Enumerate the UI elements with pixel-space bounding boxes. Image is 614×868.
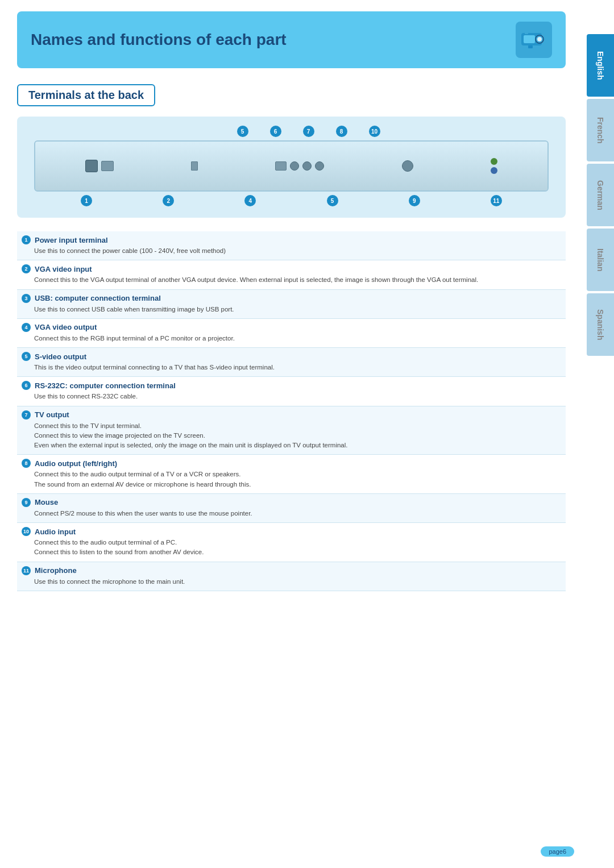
term-num-9: 9	[22, 498, 31, 507]
terminal-title-3: 3 USB: computer connection terminal	[22, 294, 561, 303]
lang-tab-spanish[interactable]: Spanish	[587, 293, 614, 356]
terminal-item-6: 6 RS-232C: computer connection terminal …	[17, 377, 566, 406]
terminal-item-9: 9 Mouse Connect PS/2 mouse to this when …	[17, 494, 566, 523]
port-group-far-right	[491, 158, 497, 174]
svg-rect-5	[525, 30, 528, 34]
terminal-item-3: 3 USB: computer connection terminal Use …	[17, 290, 566, 319]
svg-rect-1	[524, 35, 535, 43]
port-group-right	[402, 160, 413, 172]
terminal-list: 1 Power input terminal Use this to conne…	[17, 231, 566, 591]
indicator-8-top: 8	[336, 126, 347, 137]
terminal-title-2: 2 VGA video input	[22, 264, 561, 273]
language-sidebar: English French German Italian Spanish	[587, 34, 614, 356]
indicator-5-top: 5	[237, 126, 248, 137]
header-banner: Names and functions of each part	[17, 11, 566, 68]
indicator-9-bottom: 9	[409, 195, 420, 206]
terminal-desc-10: Connect this to the audio output termina…	[22, 538, 561, 558]
page-indicator: page6	[541, 846, 574, 857]
indicator-5-bottom: 5	[327, 195, 338, 206]
terminal-desc-1: Use this to connect the power cable (100…	[22, 246, 561, 256]
section-heading: Terminals at the back	[17, 84, 155, 106]
indicator-2-bottom: 2	[163, 195, 174, 206]
terminal-item-11: 11 Microphone Use this to connect the mi…	[17, 562, 566, 591]
terminal-desc-11: Use this to connect the microphone to th…	[22, 577, 561, 587]
term-num-2: 2	[22, 264, 31, 273]
indicator-4-bottom: 4	[244, 195, 256, 206]
section-title: Terminals at the back	[28, 89, 144, 102]
terminal-desc-2: Connect this to the VGA output terminal …	[22, 275, 561, 285]
indicator-10-top: 10	[369, 126, 380, 137]
terminal-desc-5: This is the video output terminal connec…	[22, 363, 561, 372]
top-indicators: 5 6 7 8 10	[28, 126, 554, 137]
term-num-1: 1	[22, 235, 31, 244]
terminal-item-2: 2 VGA video input Connect this to the VG…	[17, 260, 566, 289]
terminal-item-7: 7 TV output Connect this to the TV input…	[17, 406, 566, 455]
terminal-title-9: 9 Mouse	[22, 498, 561, 507]
term-num-5: 5	[22, 352, 31, 361]
page-title: Names and functions of each part	[31, 31, 287, 49]
terminal-desc-4: Connect this to the RGB input terminal o…	[22, 334, 561, 343]
terminal-item-1: 1 Power input terminal Use this to conne…	[17, 231, 566, 260]
terminal-item-4: 4 VGA video output Connect this to the R…	[17, 319, 566, 348]
term-num-4: 4	[22, 323, 31, 332]
lang-tab-german[interactable]: German	[587, 164, 614, 226]
terminal-title-10: 10 Audio input	[22, 527, 561, 536]
term-num-7: 7	[22, 410, 31, 420]
terminal-desc-7: Connect this to the TV input terminal. C…	[22, 421, 561, 451]
svg-point-3	[537, 37, 542, 41]
port-group-center	[275, 161, 324, 171]
term-num-3: 3	[22, 294, 31, 303]
header-icon	[516, 22, 552, 58]
terminal-title-5: 5 S-video output	[22, 352, 561, 361]
terminal-title-1: 1 Power input terminal	[22, 235, 561, 244]
terminal-title-7: 7 TV output	[22, 410, 561, 420]
indicator-11-bottom: 11	[491, 195, 502, 206]
term-num-6: 6	[22, 381, 31, 390]
indicator-6-top: 6	[270, 126, 281, 137]
diagram-area: 5 6 7 8 10	[17, 117, 566, 218]
indicator-7-top: 7	[303, 126, 314, 137]
terminal-desc-3: Use this to connect USB cable when trans…	[22, 305, 561, 314]
terminal-title-4: 4 VGA video output	[22, 323, 561, 332]
lang-tab-english[interactable]: English	[587, 34, 614, 97]
terminal-desc-6: Use this to connect RS-232C cable.	[22, 392, 561, 401]
port-group-usb	[191, 161, 198, 171]
terminal-item-10: 10 Audio input Connect this to the audio…	[17, 523, 566, 562]
term-num-11: 11	[22, 566, 31, 575]
term-num-10: 10	[22, 527, 31, 536]
terminal-title-11: 11 Microphone	[22, 566, 561, 575]
projector-icon	[519, 25, 549, 55]
lang-tab-french[interactable]: French	[587, 99, 614, 161]
port-group-left	[85, 160, 114, 172]
device-body	[35, 142, 547, 190]
terminal-item-5: 5 S-video output This is the video outpu…	[17, 348, 566, 377]
terminal-item-8: 8 Audio output (left/right) Connect this…	[17, 455, 566, 494]
svg-rect-4	[528, 45, 533, 48]
terminal-title-8: 8 Audio output (left/right)	[22, 459, 561, 468]
indicator-1-bottom: 1	[81, 195, 92, 206]
term-num-8: 8	[22, 459, 31, 468]
bottom-indicators: 1 2 4 5 9 11	[28, 195, 554, 206]
main-content: Names and functions of each part Termina…	[0, 0, 583, 620]
terminal-desc-9: Connect PS/2 mouse to this when the user…	[22, 509, 561, 518]
terminal-desc-8: Connect this to the audio output termina…	[22, 470, 561, 489]
lang-tab-italian[interactable]: Italian	[587, 229, 614, 291]
terminal-title-6: 6 RS-232C: computer connection terminal	[22, 381, 561, 390]
device-image	[34, 140, 549, 192]
